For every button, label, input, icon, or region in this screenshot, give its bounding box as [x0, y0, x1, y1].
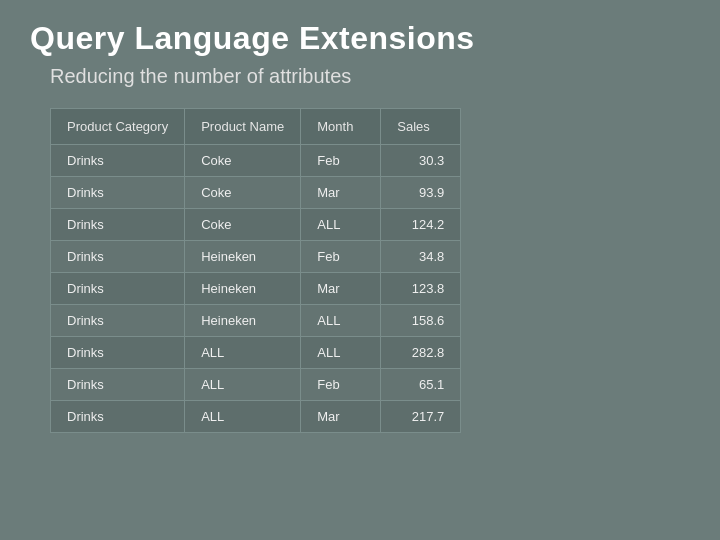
table-cell: Drinks [51, 305, 185, 337]
table-cell: ALL [301, 305, 381, 337]
table-cell: Mar [301, 177, 381, 209]
table-cell: Coke [185, 145, 301, 177]
table-cell: Drinks [51, 337, 185, 369]
table-wrapper: Product Category Product Name Month Sale… [50, 108, 461, 433]
header-product-name: Product Name [185, 109, 301, 145]
table-cell: 282.8 [381, 337, 461, 369]
table-cell: Coke [185, 177, 301, 209]
table-cell: Mar [301, 401, 381, 433]
subtitle: Reducing the number of attributes [50, 65, 690, 88]
table-cell: Drinks [51, 273, 185, 305]
table-cell: Drinks [51, 241, 185, 273]
table-cell: Drinks [51, 209, 185, 241]
table-cell: 124.2 [381, 209, 461, 241]
table-cell: 65.1 [381, 369, 461, 401]
table-cell: 93.9 [381, 177, 461, 209]
table-row: DrinksHeinekenFeb34.8 [51, 241, 461, 273]
table-cell: Heineken [185, 241, 301, 273]
table-cell: Drinks [51, 145, 185, 177]
table-cell: Feb [301, 241, 381, 273]
table-row: DrinksCokeALL124.2 [51, 209, 461, 241]
table-cell: Heineken [185, 273, 301, 305]
table-cell: Mar [301, 273, 381, 305]
table-cell: 158.6 [381, 305, 461, 337]
table-cell: Coke [185, 209, 301, 241]
header-sales: Sales [381, 109, 461, 145]
table-row: DrinksHeinekenMar123.8 [51, 273, 461, 305]
table-cell: 34.8 [381, 241, 461, 273]
table-cell: Drinks [51, 369, 185, 401]
table-row: DrinksCokeFeb30.3 [51, 145, 461, 177]
header-month: Month [301, 109, 381, 145]
table-cell: Drinks [51, 401, 185, 433]
table-cell: Heineken [185, 305, 301, 337]
table-cell: 30.3 [381, 145, 461, 177]
data-table: Product Category Product Name Month Sale… [50, 108, 461, 433]
table-cell: ALL [185, 337, 301, 369]
table-header-row: Product Category Product Name Month Sale… [51, 109, 461, 145]
table-row: DrinksALLMar217.7 [51, 401, 461, 433]
main-title: Query Language Extensions [30, 20, 690, 57]
table-row: DrinksHeinekenALL158.6 [51, 305, 461, 337]
table-cell: ALL [301, 209, 381, 241]
table-cell: 123.8 [381, 273, 461, 305]
table-cell: ALL [185, 401, 301, 433]
table-row: DrinksCokeMar93.9 [51, 177, 461, 209]
table-cell: 217.7 [381, 401, 461, 433]
table-cell: Feb [301, 145, 381, 177]
page-container: Query Language Extensions Reducing the n… [0, 0, 720, 540]
table-row: DrinksALLFeb65.1 [51, 369, 461, 401]
table-row: DrinksALLALL282.8 [51, 337, 461, 369]
header-product-category: Product Category [51, 109, 185, 145]
table-cell: Feb [301, 369, 381, 401]
table-cell: ALL [185, 369, 301, 401]
table-cell: ALL [301, 337, 381, 369]
table-cell: Drinks [51, 177, 185, 209]
